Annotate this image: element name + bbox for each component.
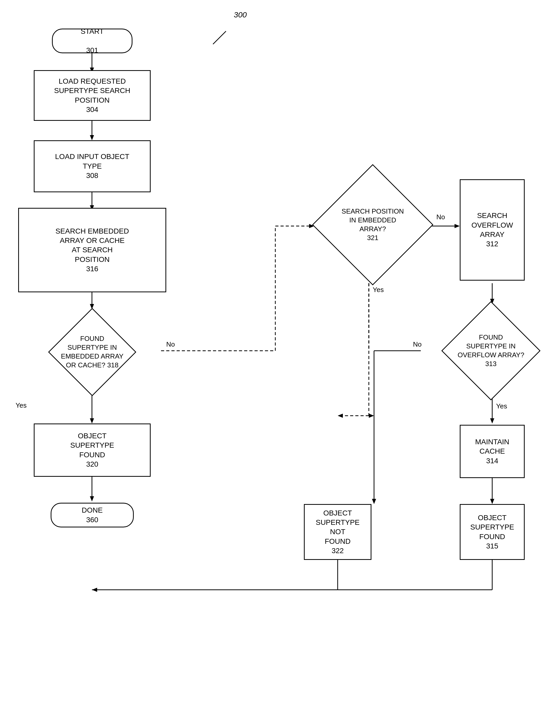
svg-marker-10: [90, 418, 94, 423]
svg-marker-18: [455, 224, 460, 228]
diamond-318: FOUNDSUPERTYPE INEMBEDDED ARRAYOR CACHE?…: [21, 308, 164, 396]
svg-marker-30: [369, 414, 374, 418]
no-label-313: No: [413, 340, 422, 348]
svg-marker-32: [338, 414, 343, 418]
node-312: SEARCHOVERFLOWARRAY312: [460, 179, 525, 281]
svg-marker-37: [92, 588, 97, 592]
svg-marker-12: [90, 496, 94, 501]
node-316: SEARCH EMBEDDEDARRAY OR CACHEAT SEARCHPO…: [18, 208, 166, 292]
flowchart: 300: [0, 0, 560, 728]
svg-marker-27: [372, 499, 376, 504]
yes-label-313: Yes: [496, 402, 507, 410]
start-node: START 301: [52, 29, 132, 53]
node-308: LOAD INPUT OBJECTTYPE308: [34, 140, 151, 192]
no-label-318: No: [166, 340, 175, 348]
node-322: OBJECTSUPERTYPENOTFOUND322: [304, 504, 371, 560]
no-label-321: No: [436, 213, 445, 221]
yes-label-321: Yes: [373, 286, 384, 294]
node-304: LOAD REQUESTEDSUPERTYPE SEARCHPOSITION30…: [34, 70, 151, 121]
done-node: DONE360: [51, 503, 134, 527]
node-314: MAINTAINCACHE314: [460, 425, 525, 478]
yes-label-318: Yes: [16, 401, 26, 409]
node-315: OBJECTSUPERTYPEFOUND315: [460, 504, 525, 560]
svg-marker-24: [490, 499, 494, 504]
node-320: OBJECTSUPERTYPEFOUND320: [34, 423, 151, 477]
diamond-321: SEARCH POSITIONIN EMBEDDEDARRAY?321: [312, 164, 434, 286]
svg-marker-22: [490, 418, 494, 423]
diamond-313: FOUNDSUPERTYPE INOVERFLOW ARRAY?313: [421, 301, 560, 400]
svg-marker-4: [90, 135, 94, 140]
svg-line-0: [213, 31, 226, 44]
